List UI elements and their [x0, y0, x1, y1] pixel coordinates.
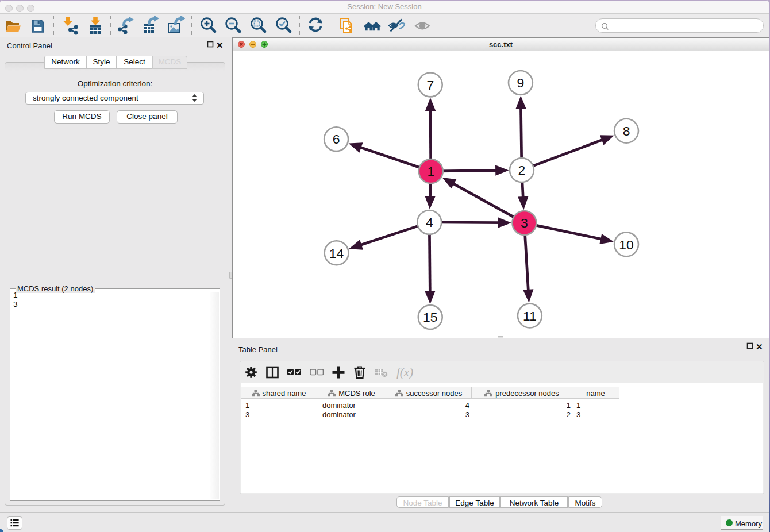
- svg-text:9: 9: [517, 75, 525, 90]
- svg-text:14: 14: [329, 246, 344, 261]
- svg-text:3: 3: [521, 215, 528, 230]
- svg-text:10: 10: [619, 237, 634, 252]
- svg-text:f(x): f(x): [396, 365, 413, 379]
- svg-text:11: 11: [523, 309, 537, 323]
- svg-text:6: 6: [333, 132, 340, 147]
- svg-text:8: 8: [623, 124, 630, 138]
- svg-text:4: 4: [426, 215, 433, 230]
- svg-text:7: 7: [426, 78, 434, 92]
- svg-text:2: 2: [518, 163, 526, 178]
- svg-text:1: 1: [427, 164, 434, 179]
- svg-text:15: 15: [423, 310, 438, 325]
